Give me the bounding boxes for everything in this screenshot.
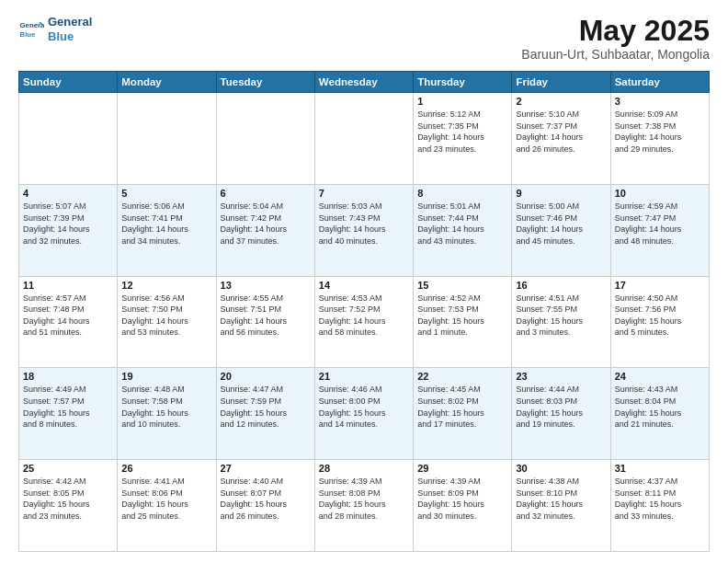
day-info: Sunrise: 4:44 AM Sunset: 8:03 PM Dayligh… — [516, 384, 606, 430]
calendar-cell: 12Sunrise: 4:56 AM Sunset: 7:50 PM Dayli… — [118, 276, 216, 368]
calendar-cell: 27Sunrise: 4:40 AM Sunset: 8:07 PM Dayli… — [216, 460, 314, 552]
calendar-cell: 30Sunrise: 4:38 AM Sunset: 8:10 PM Dayli… — [512, 460, 610, 552]
day-info: Sunrise: 5:04 AM Sunset: 7:42 PM Dayligh… — [221, 201, 311, 247]
day-number: 29 — [417, 463, 507, 474]
col-header-sunday: Sunday — [19, 72, 118, 93]
day-number: 1 — [417, 96, 507, 107]
calendar-cell — [314, 93, 413, 185]
day-number: 25 — [23, 463, 113, 474]
calendar-table: SundayMondayTuesdayWednesdayThursdayFrid… — [18, 71, 710, 552]
day-number: 27 — [221, 463, 311, 474]
day-info: Sunrise: 4:50 AM Sunset: 7:56 PM Dayligh… — [615, 293, 705, 339]
day-info: Sunrise: 5:07 AM Sunset: 7:39 PM Dayligh… — [23, 201, 113, 247]
month-title: May 2025 — [521, 15, 710, 47]
day-info: Sunrise: 4:57 AM Sunset: 7:48 PM Dayligh… — [23, 293, 113, 339]
day-info: Sunrise: 4:52 AM Sunset: 7:53 PM Dayligh… — [417, 293, 507, 339]
calendar-cell: 29Sunrise: 4:39 AM Sunset: 8:09 PM Dayli… — [414, 460, 512, 552]
day-number: 22 — [417, 371, 507, 382]
day-info: Sunrise: 5:09 AM Sunset: 7:38 PM Dayligh… — [615, 109, 705, 155]
day-number: 17 — [615, 280, 705, 291]
day-info: Sunrise: 4:59 AM Sunset: 7:47 PM Dayligh… — [615, 201, 705, 247]
calendar-cell: 10Sunrise: 4:59 AM Sunset: 7:47 PM Dayli… — [610, 184, 709, 276]
day-info: Sunrise: 5:03 AM Sunset: 7:43 PM Dayligh… — [319, 201, 409, 247]
calendar-week-row: 11Sunrise: 4:57 AM Sunset: 7:48 PM Dayli… — [19, 276, 710, 368]
col-header-tuesday: Tuesday — [216, 72, 314, 93]
day-number: 15 — [417, 280, 507, 291]
logo: General Blue General Blue — [18, 15, 92, 43]
calendar-cell: 22Sunrise: 4:45 AM Sunset: 8:02 PM Dayli… — [414, 368, 512, 460]
title-block: May 2025 Baruun-Urt, Suhbaatar, Mongolia — [521, 15, 710, 62]
day-info: Sunrise: 4:55 AM Sunset: 7:51 PM Dayligh… — [221, 293, 311, 339]
calendar-cell: 20Sunrise: 4:47 AM Sunset: 7:59 PM Dayli… — [216, 368, 314, 460]
calendar-cell: 5Sunrise: 5:06 AM Sunset: 7:41 PM Daylig… — [118, 184, 216, 276]
col-header-thursday: Thursday — [414, 72, 512, 93]
day-number: 23 — [516, 371, 606, 382]
header: General Blue General Blue May 2025 Baruu… — [18, 15, 710, 62]
day-info: Sunrise: 4:42 AM Sunset: 8:05 PM Dayligh… — [23, 476, 113, 522]
day-info: Sunrise: 4:53 AM Sunset: 7:52 PM Dayligh… — [319, 293, 409, 339]
calendar-cell: 26Sunrise: 4:41 AM Sunset: 8:06 PM Dayli… — [118, 460, 216, 552]
day-number: 18 — [23, 371, 113, 382]
day-info: Sunrise: 4:37 AM Sunset: 8:11 PM Dayligh… — [615, 476, 705, 522]
logo-icon: General Blue — [18, 17, 44, 42]
day-info: Sunrise: 4:56 AM Sunset: 7:50 PM Dayligh… — [121, 293, 211, 339]
calendar-cell: 7Sunrise: 5:03 AM Sunset: 7:43 PM Daylig… — [314, 184, 413, 276]
day-number: 4 — [23, 188, 113, 199]
day-number: 19 — [121, 371, 211, 382]
calendar-cell: 11Sunrise: 4:57 AM Sunset: 7:48 PM Dayli… — [19, 276, 118, 368]
calendar-cell: 31Sunrise: 4:37 AM Sunset: 8:11 PM Dayli… — [610, 460, 709, 552]
col-header-friday: Friday — [512, 72, 610, 93]
day-info: Sunrise: 4:39 AM Sunset: 8:09 PM Dayligh… — [417, 476, 507, 522]
calendar-cell: 13Sunrise: 4:55 AM Sunset: 7:51 PM Dayli… — [216, 276, 314, 368]
calendar-cell: 23Sunrise: 4:44 AM Sunset: 8:03 PM Dayli… — [512, 368, 610, 460]
day-number: 24 — [615, 371, 705, 382]
day-number: 31 — [615, 463, 705, 474]
day-number: 3 — [615, 96, 705, 107]
day-info: Sunrise: 5:01 AM Sunset: 7:44 PM Dayligh… — [417, 201, 507, 247]
calendar-cell: 4Sunrise: 5:07 AM Sunset: 7:39 PM Daylig… — [19, 184, 118, 276]
calendar-cell — [118, 93, 216, 185]
calendar-cell: 16Sunrise: 4:51 AM Sunset: 7:55 PM Dayli… — [512, 276, 610, 368]
day-number: 8 — [417, 188, 507, 199]
day-number: 30 — [516, 463, 606, 474]
col-header-saturday: Saturday — [610, 72, 709, 93]
day-number: 12 — [121, 280, 211, 291]
day-info: Sunrise: 4:51 AM Sunset: 7:55 PM Dayligh… — [516, 293, 606, 339]
calendar-cell: 17Sunrise: 4:50 AM Sunset: 7:56 PM Dayli… — [610, 276, 709, 368]
calendar-cell: 9Sunrise: 5:00 AM Sunset: 7:46 PM Daylig… — [512, 184, 610, 276]
calendar-cell: 2Sunrise: 5:10 AM Sunset: 7:37 PM Daylig… — [512, 93, 610, 185]
day-number: 21 — [319, 371, 409, 382]
calendar-cell — [19, 93, 118, 185]
calendar-cell — [216, 93, 314, 185]
calendar-cell: 25Sunrise: 4:42 AM Sunset: 8:05 PM Dayli… — [19, 460, 118, 552]
day-number: 16 — [516, 280, 606, 291]
calendar-cell: 1Sunrise: 5:12 AM Sunset: 7:35 PM Daylig… — [414, 93, 512, 185]
page: General Blue General Blue May 2025 Baruu… — [0, 0, 728, 563]
day-info: Sunrise: 5:00 AM Sunset: 7:46 PM Dayligh… — [516, 201, 606, 247]
day-number: 28 — [319, 463, 409, 474]
calendar-cell: 18Sunrise: 4:49 AM Sunset: 7:57 PM Dayli… — [19, 368, 118, 460]
calendar-cell: 24Sunrise: 4:43 AM Sunset: 8:04 PM Dayli… — [610, 368, 709, 460]
calendar-week-row: 25Sunrise: 4:42 AM Sunset: 8:05 PM Dayli… — [19, 460, 710, 552]
svg-text:Blue: Blue — [20, 29, 37, 38]
day-number: 14 — [319, 280, 409, 291]
calendar-cell: 21Sunrise: 4:46 AM Sunset: 8:00 PM Dayli… — [314, 368, 413, 460]
day-info: Sunrise: 4:48 AM Sunset: 7:58 PM Dayligh… — [121, 384, 211, 430]
day-number: 7 — [319, 188, 409, 199]
calendar-header-row: SundayMondayTuesdayWednesdayThursdayFrid… — [19, 72, 710, 93]
day-number: 13 — [221, 280, 311, 291]
day-number: 6 — [221, 188, 311, 199]
day-number: 5 — [121, 188, 211, 199]
calendar-week-row: 18Sunrise: 4:49 AM Sunset: 7:57 PM Dayli… — [19, 368, 710, 460]
calendar-cell: 28Sunrise: 4:39 AM Sunset: 8:08 PM Dayli… — [314, 460, 413, 552]
day-info: Sunrise: 4:49 AM Sunset: 7:57 PM Dayligh… — [23, 384, 113, 430]
col-header-wednesday: Wednesday — [314, 72, 413, 93]
calendar-week-row: 1Sunrise: 5:12 AM Sunset: 7:35 PM Daylig… — [19, 93, 710, 185]
day-number: 20 — [221, 371, 311, 382]
day-info: Sunrise: 4:45 AM Sunset: 8:02 PM Dayligh… — [417, 384, 507, 430]
day-info: Sunrise: 4:40 AM Sunset: 8:07 PM Dayligh… — [221, 476, 311, 522]
day-info: Sunrise: 4:38 AM Sunset: 8:10 PM Dayligh… — [516, 476, 606, 522]
calendar-week-row: 4Sunrise: 5:07 AM Sunset: 7:39 PM Daylig… — [19, 184, 710, 276]
calendar-cell: 19Sunrise: 4:48 AM Sunset: 7:58 PM Dayli… — [118, 368, 216, 460]
day-number: 11 — [23, 280, 113, 291]
